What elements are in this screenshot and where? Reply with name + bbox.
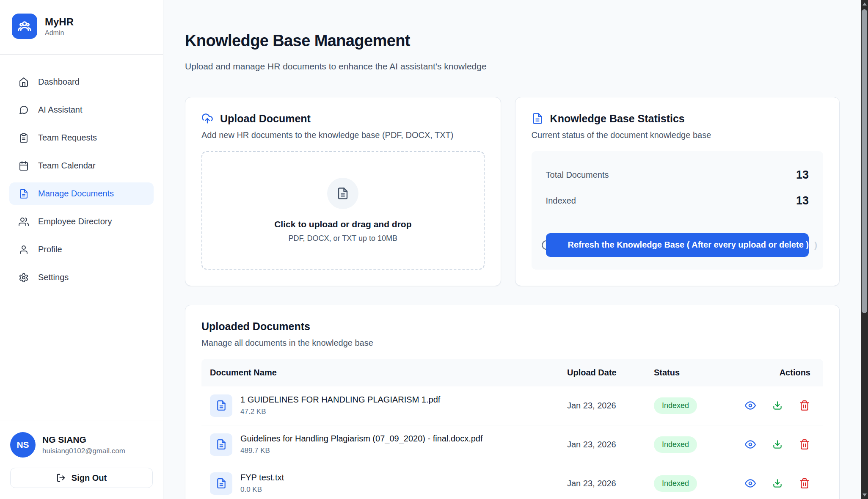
documents-table: Document Name Upload Date Status Actions… <box>201 359 823 499</box>
trash-icon <box>799 439 810 450</box>
stat-value: 13 <box>796 168 809 182</box>
refresh-button-wrap: Refresh the Knowledge Base ( After every… <box>546 233 809 257</box>
sidebar-item-settings[interactable]: Settings <box>9 266 154 289</box>
download-document-button[interactable] <box>772 438 783 450</box>
table-body: 1 GUIDELINES FOR HANDLING PLAGIARISM 1.p… <box>201 386 823 499</box>
status-badge: Indexed <box>654 397 697 414</box>
file-icon <box>210 394 232 417</box>
sign-out-label: Sign Out <box>72 473 107 483</box>
calendar-icon <box>19 161 29 171</box>
sidebar-item-profile[interactable]: Profile <box>9 238 154 261</box>
documents-card-title: Uploaded Documents <box>201 320 823 333</box>
upload-card-title: Upload Document <box>220 113 311 125</box>
view-document-button[interactable] <box>744 477 756 489</box>
uploaded-documents-card: Uploaded Documents Manage all documents … <box>185 305 840 499</box>
column-header-actions: Actions <box>732 359 823 386</box>
stats-card-title: Knowledge Base Statistics <box>550 113 685 125</box>
download-document-button[interactable] <box>772 400 783 411</box>
sidebar: MyHR Admin DashboardAI AssistantTeam Req… <box>0 0 163 499</box>
main-content: Knowledge Base Management Upload and man… <box>163 0 861 499</box>
sidebar-item-team-calendar[interactable]: Team Calendar <box>9 154 154 177</box>
document-name: Guidelines for Handling Plagiarism (07_0… <box>240 434 483 444</box>
window-scrollbar[interactable] <box>861 0 868 499</box>
view-document-button[interactable] <box>744 400 756 411</box>
app-logo: MyHR Admin <box>0 0 163 54</box>
eye-icon <box>745 478 756 489</box>
sidebar-item-label: Profile <box>38 245 62 254</box>
scrollbar-down-arrow-icon[interactable] <box>861 491 868 499</box>
user-info: NS NG SIANG huisiang0102@gmail.com <box>10 432 153 458</box>
sidebar-item-label: Team Requests <box>38 133 97 143</box>
column-header-status: Status <box>645 359 732 386</box>
app-name: MyHR <box>45 16 74 28</box>
stat-label: Indexed <box>546 196 576 206</box>
delete-document-button[interactable] <box>799 438 810 450</box>
file-icon <box>532 113 543 124</box>
sidebar-item-label: Employee Directory <box>38 217 112 226</box>
document-name: FYP test.txt <box>240 473 284 482</box>
delete-document-button[interactable] <box>799 400 810 411</box>
download-icon <box>772 478 783 489</box>
people-icon <box>19 217 29 227</box>
sidebar-item-label: AI Assistant <box>38 105 83 115</box>
stats-card-header: Knowledge Base Statistics <box>532 113 823 125</box>
upload-card-subtitle: Add new HR documents to the knowledge ba… <box>201 130 485 140</box>
home-icon <box>19 77 29 87</box>
trash-icon <box>799 400 810 411</box>
people-icon <box>12 14 37 39</box>
sidebar-nav: DashboardAI AssistantTeam RequestsTeam C… <box>0 55 163 294</box>
sidebar-item-ai-assistant[interactable]: AI Assistant <box>9 99 154 121</box>
eye-icon <box>745 400 756 411</box>
download-document-button[interactable] <box>772 477 783 489</box>
logout-icon <box>56 473 66 482</box>
user-email: huisiang0102@gmail.com <box>42 447 125 455</box>
document-name: 1 GUIDELINES FOR HANDLING PLAGIARISM 1.p… <box>240 395 440 405</box>
status-badge: Indexed <box>654 436 697 453</box>
app-role: Admin <box>45 29 74 37</box>
top-cards-row: Upload Document Add new HR documents to … <box>185 97 840 286</box>
trash-icon <box>799 478 810 489</box>
file-icon <box>327 178 358 209</box>
delete-document-button[interactable] <box>799 477 810 489</box>
sidebar-item-team-requests[interactable]: Team Requests <box>9 127 154 149</box>
scrollbar-thumb[interactable] <box>862 9 867 313</box>
stat-label: Total Documents <box>546 170 609 180</box>
column-header-document-name: Document Name <box>201 359 559 386</box>
refresh-button-overflow-text: ) <box>814 240 817 250</box>
knowledge-base-statistics-card: Knowledge Base Statistics Current status… <box>515 97 840 286</box>
upload-card-header: Upload Document <box>201 113 485 125</box>
sidebar-item-dashboard[interactable]: Dashboard <box>9 71 154 93</box>
upload-dropzone[interactable]: Click to upload or drag and drop PDF, DO… <box>201 151 485 270</box>
refresh-knowledge-base-button[interactable]: Refresh the Knowledge Base ( After every… <box>546 233 809 257</box>
upload-date: Jan 23, 2026 <box>559 440 645 449</box>
stat-row-indexed: Indexed 13 <box>546 188 809 214</box>
file-icon <box>210 433 232 456</box>
scrollbar-up-arrow-icon[interactable] <box>861 0 868 8</box>
view-document-button[interactable] <box>744 438 756 450</box>
user-name: NG SIANG <box>42 435 125 445</box>
sidebar-item-employee-directory[interactable]: Employee Directory <box>9 210 154 233</box>
sidebar-item-manage-documents[interactable]: Manage Documents <box>9 182 154 205</box>
stats-box: Total Documents 13 Indexed 13 Refresh th… <box>532 151 823 270</box>
user-icon <box>19 245 29 255</box>
document-size: 47.2 KB <box>240 408 440 416</box>
upload-document-card: Upload Document Add new HR documents to … <box>185 97 501 286</box>
stat-row-total-documents: Total Documents 13 <box>546 162 809 188</box>
table-row: FYP test.txt 0.0 KB Jan 23, 2026 Indexed <box>201 464 823 499</box>
page-subtitle: Upload and manage HR documents to enhanc… <box>185 61 840 72</box>
clipboard-icon <box>19 133 29 143</box>
table-row: 1 GUIDELINES FOR HANDLING PLAGIARISM 1.p… <box>201 386 823 425</box>
sidebar-item-label: Settings <box>38 273 69 282</box>
page-title: Knowledge Base Management <box>185 32 840 50</box>
documents-card-subtitle: Manage all documents in the knowledge ba… <box>201 338 823 348</box>
table-row: Guidelines for Handling Plagiarism (07_0… <box>201 425 823 464</box>
eye-icon <box>745 439 756 450</box>
file-icon <box>210 472 232 495</box>
column-header-upload-date: Upload Date <box>559 359 645 386</box>
document-size: 0.0 KB <box>240 485 284 494</box>
sign-out-button[interactable]: Sign Out <box>10 468 153 488</box>
dropzone-title: Click to upload or drag and drop <box>274 219 411 229</box>
sidebar-item-label: Manage Documents <box>38 189 114 198</box>
document-icon <box>19 189 29 199</box>
sidebar-footer: NS NG SIANG huisiang0102@gmail.com Sign … <box>0 421 163 499</box>
